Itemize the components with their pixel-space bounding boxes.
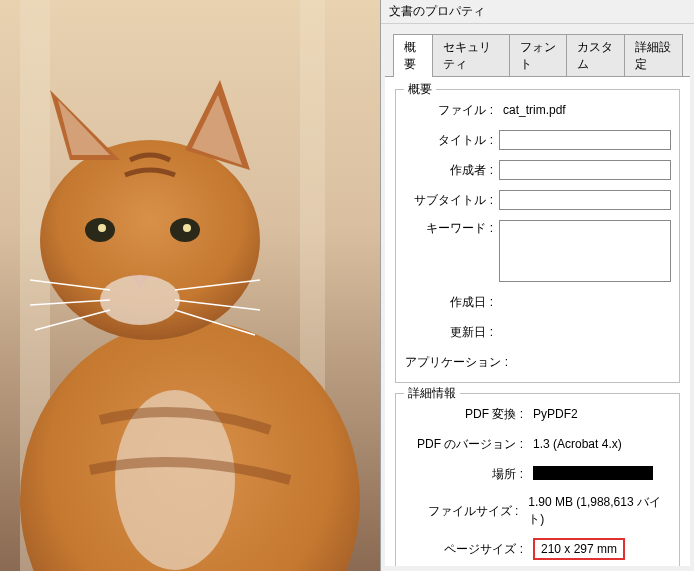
- overview-legend: 概要: [404, 81, 436, 98]
- author-input[interactable]: [499, 160, 671, 180]
- document-preview: [0, 0, 380, 571]
- filesize-label: ファイルサイズ :: [404, 503, 524, 520]
- dialog-title: 文書のプロパティ: [381, 0, 694, 24]
- pagesize-label: ページサイズ :: [404, 541, 529, 558]
- title-input[interactable]: [499, 130, 671, 150]
- svg-point-9: [183, 224, 191, 232]
- properties-dialog: 文書のプロパティ 概要 セキュリティ フォント カスタム 詳細設定 概要 ファイ…: [380, 0, 694, 571]
- svg-point-7: [98, 224, 106, 232]
- tab-overview[interactable]: 概要: [393, 34, 433, 77]
- location-value: [529, 466, 653, 483]
- modified-label: 更新日 :: [404, 324, 499, 341]
- filesize-value: 1.90 MB (1,988,613 バイト): [524, 494, 671, 528]
- subject-input[interactable]: [499, 190, 671, 210]
- pdf-version-value: 1.3 (Acrobat 4.x): [529, 437, 622, 451]
- pdf-producer-value: PyPDF2: [529, 407, 578, 421]
- pdf-producer-label: PDF 変換 :: [404, 406, 529, 423]
- tab-custom[interactable]: カスタム: [566, 34, 625, 77]
- keywords-input[interactable]: [499, 220, 671, 282]
- overview-group: 概要 ファイル : cat_trim.pdf タイトル : 作成者 : サブタイ…: [395, 89, 680, 383]
- file-label: ファイル :: [404, 102, 499, 119]
- tab-content: 概要 ファイル : cat_trim.pdf タイトル : 作成者 : サブタイ…: [385, 76, 690, 566]
- title-label: タイトル :: [404, 132, 499, 149]
- pdf-version-label: PDF のバージョン :: [404, 436, 529, 453]
- created-label: 作成日 :: [404, 294, 499, 311]
- pagesize-highlight: 210 x 297 mm: [533, 538, 625, 560]
- subject-label: サブタイトル :: [404, 192, 499, 209]
- keywords-label: キーワード :: [404, 220, 499, 237]
- application-label: アプリケーション :: [404, 354, 514, 371]
- details-legend: 詳細情報: [404, 385, 460, 402]
- svg-point-10: [100, 275, 180, 325]
- redacted-location: [533, 466, 653, 480]
- tab-advanced[interactable]: 詳細設定: [624, 34, 683, 77]
- file-value: cat_trim.pdf: [499, 103, 566, 117]
- author-label: 作成者 :: [404, 162, 499, 179]
- pagesize-value: 210 x 297 mm: [529, 538, 625, 560]
- cat-photo: [0, 0, 380, 571]
- details-group: 詳細情報 PDF 変換 : PyPDF2 PDF のバージョン : 1.3 (A…: [395, 393, 680, 566]
- tab-font[interactable]: フォント: [509, 34, 568, 77]
- tab-bar: 概要 セキュリティ フォント カスタム 詳細設定: [381, 24, 694, 77]
- tab-security[interactable]: セキュリティ: [432, 34, 509, 77]
- location-label: 場所 :: [404, 466, 529, 483]
